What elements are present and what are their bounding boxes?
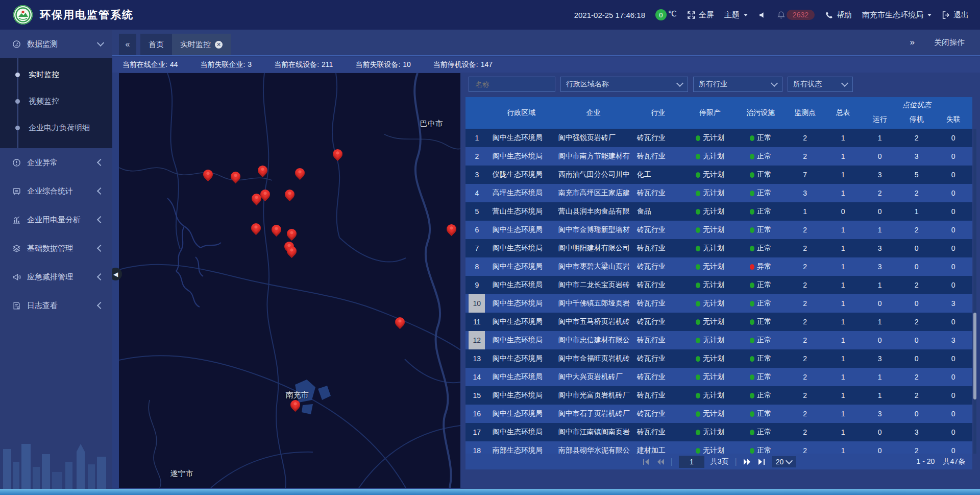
logout-button[interactable]: 退出 [942,10,969,20]
table-row[interactable]: 1阆中生态环境局阆中强锐页岩砖厂砖瓦行业无计划正常21120 [465,129,972,147]
map-panel[interactable]: 巴中市南充市遂宁市 [119,73,460,488]
cell-monitor-count: 2 [785,355,825,363]
table-row[interactable]: 8阆中生态环境局阆中市枣碧大梁山页岩砖瓦行业无计划异常21300 [465,257,972,276]
status-dot-green [696,135,700,141]
cell-halt-count: 2 [899,318,935,326]
chevron-down-icon [771,80,778,87]
name-filter-input[interactable] [474,80,550,89]
sidebar-item-4[interactable]: 基础数据管理 [0,234,112,263]
table-scrollbar[interactable] [973,129,976,454]
theme-dropdown[interactable]: 主题 [724,10,748,20]
sidebar-item-6[interactable]: 日志查看 [0,291,112,320]
total-pages-label: 共3页 [710,457,729,466]
cell-bureau: 阆中生态环境局 [488,244,554,253]
notification-area[interactable]: 2632 [777,10,815,20]
table-row[interactable]: 3仪陇生态环境局西南油气田分公司川中化工无计划正常71350 [465,166,972,184]
temperature-unit: ℃ [668,9,677,18]
cell-index: 17 [465,423,488,441]
first-page-button[interactable] [642,458,650,465]
sidebar-item-2[interactable]: 企业综合统计 [0,177,112,205]
tabs-scroll-right-button[interactable]: » [907,37,918,48]
cell-company: 阆中市金博瑞新型墙材 [554,225,633,234]
org-dropdown[interactable]: 南充市生态环境局 [862,10,932,20]
cell-index: 9 [465,276,488,294]
cell-index: 11 [465,313,488,331]
cell-monitor-count: 2 [785,428,825,436]
prev-page-button[interactable] [656,458,665,465]
row-number: 10 [469,294,485,313]
cell-run-count: 0 [861,299,898,308]
close-operations-button[interactable]: 关闭操作 [931,37,968,48]
stop-plan-text: 无计划 [703,428,724,437]
col-subheader-1: 停机 [899,110,935,129]
filter-select-3[interactable]: 所有状态 [788,77,853,92]
table-row[interactable]: 16阆中生态环境局阆中市石子页岩机砖厂砖瓦行业无计划正常21300 [465,405,972,423]
stat-label: 当前在线企业: [122,60,167,69]
page-size-select[interactable]: 20 [772,456,796,467]
speaker-button[interactable] [758,11,767,19]
logout-icon [942,11,950,19]
filter-select-2[interactable]: 所有行业 [693,77,782,92]
cell-lost-count: 0 [934,318,972,326]
sidebar-item-5[interactable]: 应急减排管理 [0,263,112,291]
tab-close-icon[interactable]: ✕ [215,41,223,49]
sidebar-item-3[interactable]: 企业用电量分析 [0,205,112,234]
filter-select-value: 行政区域名称 [566,80,609,89]
table-row[interactable]: 10阆中生态环境局阆中千佛镇五郎垭页岩砖瓦行业无计划正常21003 [465,294,972,313]
table-row[interactable]: 18南部生态环境局南部县砌华水泥有限公建材加工无计划正常21020 [465,441,972,454]
page-number-input[interactable] [679,456,704,468]
sidebar-item-1[interactable]: 企业异常 [0,148,112,177]
facility-status-text: 正常 [757,299,771,308]
cell-run-count: 3 [861,244,898,252]
row-number: 7 [469,244,485,252]
scrollbar-thumb[interactable] [973,313,976,399]
next-page-button[interactable] [743,458,751,465]
status-dot-green [750,246,754,251]
cell-halt-count: 2 [899,281,935,289]
sidebar-subitem-2[interactable]: 企业电力负荷明细 [0,114,112,141]
cell-meter-count: 1 [825,171,861,179]
cell-halt-count: 0 [899,355,935,363]
table-row[interactable]: 2阆中生态环境局阆中市南方节能建材有砖瓦行业无计划正常21030 [465,147,972,166]
cell-facility-status: 正常 [737,409,785,418]
tab-1[interactable]: 实时监控✕ [172,34,231,55]
cell-company: 阆中千佛镇五郎垭页岩 [554,299,633,308]
fullscreen-button[interactable]: 全屏 [687,10,714,20]
table-row[interactable]: 5营山生态环境局营山县润丰肉食品有限食品无计划正常10010 [465,202,972,221]
table-row[interactable]: 14阆中生态环境局阆中大兴页岩机砖厂砖瓦行业无计划正常21120 [465,368,972,386]
cell-industry: 砖瓦行业 [633,391,683,400]
sidebar-item-0[interactable]: 数据监测 [0,30,112,58]
cell-lost-count: 0 [934,446,972,454]
phone-icon [825,11,834,19]
cell-bureau: 阆中生态环境局 [488,133,554,143]
fullscreen-icon [687,11,696,19]
tabs-scroll-left-button[interactable]: « [119,34,136,55]
table-row[interactable]: 7阆中生态环境局阆中明阳建材有限公司砖瓦行业无计划正常21300 [465,239,972,257]
cell-stop-plan: 无计划 [683,170,737,179]
table-row[interactable]: 17阆中生态环境局阆中市江南镇阆南页岩砖瓦行业无计划正常21030 [465,423,972,441]
cell-index: 18 [465,441,488,454]
status-dot-green [750,393,754,398]
cell-facility-status: 异常 [737,262,785,271]
table-row[interactable]: 4高坪生态环境局南充市高坪区王家店建砖瓦行业无计划正常31220 [465,184,972,202]
sidebar-subitem-0[interactable]: 实时监控 [0,61,112,88]
facility-status-text: 正常 [757,133,771,143]
table-row[interactable]: 6阆中生态环境局阆中市金博瑞新型墙材砖瓦行业无计划正常21120 [465,221,972,239]
last-page-button[interactable] [757,458,766,465]
chevron-down-icon [786,457,793,464]
cell-facility-status: 正常 [737,336,785,345]
table-row[interactable]: 11阆中生态环境局阆中市五马桥页岩机砖砖瓦行业无计划正常21120 [465,313,972,331]
cell-bureau: 阆中生态环境局 [488,372,554,382]
stat-value: 10 [403,60,411,69]
cell-monitor-count: 2 [785,134,825,142]
sidebar-item-label: 企业异常 [27,158,92,168]
table-row[interactable]: 9阆中生态环境局阆中市二龙长宝页岩砖砖瓦行业无计划正常21120 [465,276,972,294]
row-number: 9 [469,281,485,289]
table-row[interactable]: 13阆中生态环境局阆中市金福旺页岩机砖砖瓦行业无计划正常21300 [465,349,972,368]
tab-0[interactable]: 首页 [140,34,172,55]
table-row[interactable]: 12阆中生态环境局阆中市忠信建材有限公砖瓦行业无计划正常21003 [465,331,972,349]
help-button[interactable]: 帮助 [825,10,852,20]
sidebar-subitem-1[interactable]: 视频监控 [0,88,112,114]
filter-select-1[interactable]: 行政区域名称 [560,77,688,92]
table-row[interactable]: 15阆中生态环境局阆中市光富页岩机砖厂砖瓦行业无计划正常21120 [465,386,972,405]
